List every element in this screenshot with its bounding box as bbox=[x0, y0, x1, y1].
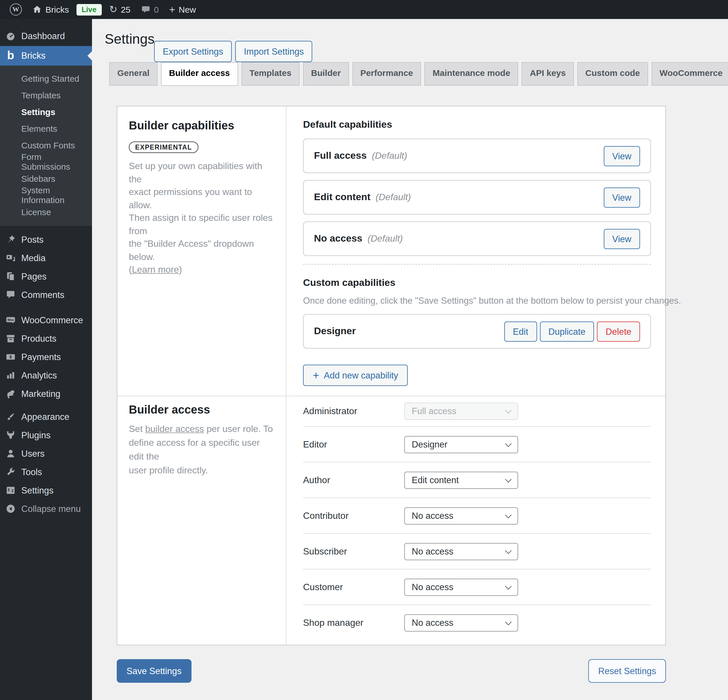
submenu-item-license[interactable]: License bbox=[0, 203, 92, 220]
builder-access-select-author[interactable]: Edit content bbox=[404, 471, 518, 489]
tab-builder-access[interactable]: Builder access bbox=[161, 62, 238, 86]
capability-default-tag: (Default) bbox=[367, 234, 403, 244]
add-new-capability-button[interactable]: + Add new capability bbox=[303, 364, 408, 386]
payments-card-icon: $ bbox=[6, 352, 16, 362]
update-icon: ↻ bbox=[109, 4, 118, 14]
builder-capabilities-intro: Builder capabilities EXPERIMENTAL Set up… bbox=[117, 106, 286, 396]
tab-performance[interactable]: Performance bbox=[352, 62, 421, 86]
site-name: Bricks bbox=[45, 4, 69, 14]
sidebar-item-dashboard[interactable]: Dashboard bbox=[0, 27, 92, 46]
builder-access-heading: Builder access bbox=[129, 403, 274, 417]
tab-maintenance-mode[interactable]: Maintenance mode bbox=[425, 62, 519, 86]
tab-custom-code[interactable]: Custom code bbox=[577, 62, 648, 86]
wordpress-logo-icon: W bbox=[10, 3, 22, 16]
role-row-customer: Customer No access bbox=[303, 570, 651, 605]
duplicate-designer-button[interactable]: Duplicate bbox=[540, 321, 594, 341]
sidebar-item-users[interactable]: Users bbox=[0, 444, 92, 463]
role-label: Administrator bbox=[303, 406, 404, 417]
plus-icon: + bbox=[169, 5, 175, 14]
sidebar-item-payments[interactable]: $ Payments bbox=[0, 348, 92, 366]
builder-access-select-subscriber[interactable]: No access bbox=[404, 543, 518, 560]
sidebar-item-comments[interactable]: Comments bbox=[0, 286, 92, 304]
sidebar-item-woocommerce[interactable]: Woo WooCommerce bbox=[0, 311, 92, 329]
pin-icon bbox=[6, 235, 16, 244]
sidebar-item-label: Products bbox=[21, 333, 56, 344]
experimental-badge: EXPERIMENTAL bbox=[129, 142, 198, 153]
svg-text:Woo: Woo bbox=[7, 318, 14, 321]
submenu-item-sidebars[interactable]: Sidebars bbox=[0, 170, 92, 187]
sidebar-item-analytics[interactable]: Analytics bbox=[0, 366, 92, 385]
sidebar-item-tools[interactable]: Tools bbox=[0, 463, 92, 481]
sidebar-item-bricks[interactable]: b Bricks bbox=[0, 46, 92, 65]
sidebar-item-collapse-menu[interactable]: Collapse menu bbox=[0, 499, 92, 518]
view-full-access-button[interactable]: View bbox=[604, 146, 640, 166]
wrench-icon bbox=[6, 467, 16, 477]
live-badge[interactable]: Live bbox=[77, 4, 102, 15]
submenu-item-form-submissions[interactable]: Form Submissions bbox=[0, 153, 92, 170]
sidebar-item-label: Comments bbox=[21, 289, 64, 300]
role-label: Author bbox=[303, 475, 404, 485]
builder-access-select-contributor[interactable]: No access bbox=[404, 507, 518, 524]
admin-bar: W Bricks Live ↻ 25 0 + New bbox=[0, 0, 728, 19]
capability-name: Full access bbox=[314, 150, 367, 162]
sidebar-item-label: Appearance bbox=[21, 412, 69, 422]
wordpress-menu[interactable]: W bbox=[4, 0, 27, 19]
new-content-link[interactable]: + New bbox=[164, 0, 201, 19]
select-value: No access bbox=[412, 546, 454, 557]
updates-link[interactable]: ↻ 25 bbox=[104, 0, 136, 19]
submenu-item-getting-started[interactable]: Getting Started bbox=[0, 70, 92, 87]
builder-access-select-customer[interactable]: No access bbox=[404, 579, 518, 596]
submenu-item-custom-fonts[interactable]: Custom Fonts bbox=[0, 137, 92, 153]
select-value: No access bbox=[412, 582, 454, 592]
sidebar-item-plugins[interactable]: Plugins bbox=[0, 426, 92, 444]
reset-settings-button[interactable]: Reset Settings bbox=[588, 659, 666, 683]
tab-woocommerce[interactable]: WooCommerce bbox=[651, 62, 728, 86]
site-link[interactable]: Bricks bbox=[27, 0, 74, 19]
sidebar-item-label: Bricks bbox=[21, 50, 45, 61]
submenu-item-elements[interactable]: Elements bbox=[0, 120, 92, 137]
export-settings-button[interactable]: Export Settings bbox=[154, 41, 232, 62]
sidebar-item-appearance[interactable]: Appearance bbox=[0, 408, 92, 426]
description-line: Set builder access per user role. To bbox=[129, 422, 274, 436]
submenu-item-settings[interactable]: Settings bbox=[0, 103, 92, 120]
capability-name: No access bbox=[314, 233, 362, 244]
edit-designer-button[interactable]: Edit bbox=[504, 321, 537, 341]
sidebar-item-products[interactable]: Products bbox=[0, 329, 92, 348]
tab-templates[interactable]: Templates bbox=[241, 62, 300, 86]
sidebar-item-label: Tools bbox=[21, 467, 42, 477]
header-buttons: Export Settings Import Settings bbox=[154, 41, 312, 62]
sidebar-item-label: Analytics bbox=[21, 370, 57, 380]
sidebar-item-label: Posts bbox=[21, 234, 44, 245]
sidebar-item-posts[interactable]: Posts bbox=[0, 230, 92, 249]
sidebar-item-label: Payments bbox=[21, 352, 61, 362]
sidebar-item-media[interactable]: Media bbox=[0, 249, 92, 267]
view-edit-content-button[interactable]: View bbox=[604, 187, 640, 207]
sidebar-item-settings[interactable]: Settings bbox=[0, 481, 92, 499]
admin-sidebar: Dashboard b Bricks Getting Started Templ… bbox=[0, 19, 92, 700]
submenu-item-templates[interactable]: Templates bbox=[0, 87, 92, 103]
sidebar-item-label: Dashboard bbox=[21, 31, 65, 41]
submenu-item-system-information[interactable]: System Information bbox=[0, 187, 92, 203]
sidebar-item-marketing[interactable]: Marketing bbox=[0, 385, 92, 403]
delete-designer-button[interactable]: Delete bbox=[597, 321, 640, 341]
tab-builder[interactable]: Builder bbox=[303, 62, 349, 86]
tab-api-keys[interactable]: API keys bbox=[522, 62, 574, 86]
select-value: No access bbox=[412, 618, 454, 628]
save-settings-button[interactable]: Save Settings bbox=[117, 659, 191, 683]
dotted-divider bbox=[303, 264, 651, 265]
sidebar-item-pages[interactable]: Pages bbox=[0, 267, 92, 286]
builder-access-select-editor[interactable]: Designer bbox=[404, 436, 518, 453]
builder-access-select-shop-manager[interactable]: No access bbox=[404, 614, 518, 631]
comments-link[interactable]: 0 bbox=[136, 0, 164, 19]
role-row-author: Author Edit content bbox=[303, 463, 651, 498]
learn-more-link[interactable]: Learn more bbox=[132, 265, 179, 274]
view-no-access-button[interactable]: View bbox=[604, 229, 640, 249]
add-capability-label: Add new capability bbox=[324, 370, 398, 381]
new-label: New bbox=[179, 4, 196, 14]
plugin-icon bbox=[6, 430, 16, 440]
builder-access-intro: Builder access Set builder access per us… bbox=[117, 396, 286, 645]
tab-general[interactable]: General bbox=[109, 62, 157, 86]
builder-access-link[interactable]: builder access bbox=[145, 424, 204, 434]
import-settings-button[interactable]: Import Settings bbox=[235, 41, 312, 62]
capability-card-designer: Designer Edit Duplicate Delete bbox=[303, 314, 651, 349]
